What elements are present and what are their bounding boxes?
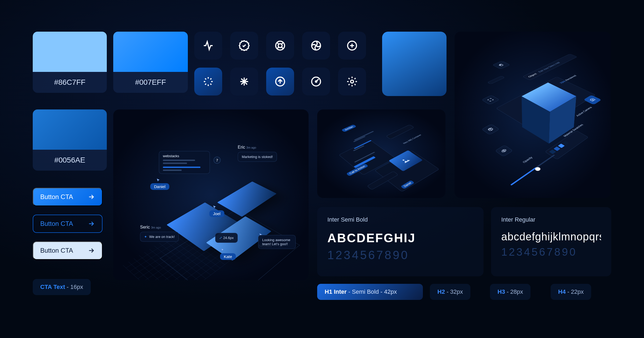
font-name: Inter Semi Bold — [327, 216, 473, 223]
font-name: Inter Regular — [501, 216, 601, 223]
cube-primitive — [522, 98, 575, 128]
arrow-right-icon — [87, 193, 95, 201]
cursor-icon — [221, 248, 225, 252]
chip-key: H1 Inter — [325, 288, 347, 295]
font-numerals: 1234567890 — [501, 246, 601, 258]
user-tag-jordan: Jordan — [341, 124, 357, 132]
user-tag-daniel: Daniel — [150, 183, 169, 190]
svg-point-7 — [351, 80, 354, 83]
aperture-icon[interactable] — [302, 32, 330, 60]
gear-icon[interactable] — [338, 68, 366, 95]
chip-value: - 32px — [447, 288, 463, 295]
font-sample: ABCDEFGHIJ — [327, 231, 473, 245]
comment-ontrack: ✦We are on track! — [140, 232, 179, 242]
opacity-label: Opacity — [522, 156, 533, 164]
button-label: Button CTA — [40, 247, 73, 254]
font-sample: abcdefghijklmnopqrst — [501, 231, 601, 243]
ui-builder-preview-panel: Jordan Call to Action Daniel Hero IMG Co… — [317, 109, 445, 198]
light-cta-button[interactable]: Button CTA — [33, 241, 103, 260]
chip-key: H2 — [437, 288, 445, 295]
asterisk-icon[interactable] — [230, 68, 258, 95]
primary-cta-button[interactable]: Button CTA — [33, 188, 103, 206]
iso-toolbar — [386, 124, 414, 139]
user-seric-label: Seric 3m ago — [140, 225, 161, 230]
collaboration-preview-panel: webstacks 7 Eric 3m ago Marketing is sto… — [113, 109, 309, 280]
swatch-hex-label: #86C7FF — [33, 72, 107, 93]
cursor-icon — [213, 205, 217, 209]
active-camera-label: Active Camera — [575, 106, 592, 117]
user-tag-kate: Kate — [220, 253, 236, 260]
swatch-fill — [113, 32, 188, 72]
outline-cta-button[interactable]: Button CTA — [33, 215, 103, 233]
heading-spec-h1: H1 Inter - Semi Bold - 42px — [317, 284, 423, 300]
cta-text-spec-chip: CTA Text - 16px — [33, 279, 91, 295]
menu-bar: Object Edit View Select Add — [522, 54, 577, 80]
chip-value: - 22px — [567, 288, 584, 295]
swatch-fill — [33, 109, 107, 150]
svg-point-1 — [278, 44, 282, 48]
svg-point-10 — [592, 99, 594, 100]
opacity-slider[interactable] — [510, 155, 555, 186]
color-swatch-light-blue[interactable]: #86C7FF — [33, 32, 107, 93]
swatch-fill — [33, 32, 107, 72]
hero-container-label: Hero IMG Container — [402, 134, 422, 145]
3d-editor-preview-panel: Object Edit View Select Add 70% Rendered… — [455, 32, 611, 198]
swatch-hex-label: #007EFF — [113, 72, 188, 93]
comment-webstacks: webstacks — [159, 151, 210, 174]
color-swatch-dark-blue[interactable]: #0056AE — [33, 109, 107, 171]
chip-key: CTA Text — [40, 284, 65, 291]
font-numerals: 1234567890 — [327, 248, 473, 262]
lifebuoy-icon[interactable] — [266, 32, 294, 60]
heading-spec-h3: H3 - 28px — [490, 284, 530, 300]
arrow-right-icon — [87, 247, 95, 254]
swatch-hex-label: #0056AE — [33, 150, 107, 171]
arrow-right-icon — [87, 220, 95, 227]
toolbar-segment — [487, 76, 505, 84]
verified-badge-icon[interactable] — [230, 32, 258, 60]
chip-value: - 16px — [67, 284, 83, 291]
button-label: Button CTA — [40, 193, 73, 201]
button-label: Button CTA — [40, 220, 73, 227]
chip-value: - 28px — [507, 288, 523, 295]
cursor-icon — [156, 178, 160, 182]
color-swatch-primary-blue[interactable]: #007EFF — [113, 32, 188, 93]
heading-spec-h2: H2 - 32px — [430, 284, 470, 300]
fullscreen-icon[interactable] — [481, 95, 500, 105]
user-tag-joel: Joel — [209, 210, 224, 217]
speedometer-icon[interactable] — [302, 68, 330, 95]
icon-grid — [194, 32, 366, 95]
loading-spinner-icon[interactable] — [194, 68, 222, 95]
comment-count-badge: 7 — [214, 157, 221, 164]
typography-regular-card: Inter Regular abcdefghijklmnopqrst 12345… — [491, 207, 611, 276]
plus-circle-icon[interactable] — [338, 32, 366, 60]
svg-point-6 — [315, 81, 317, 82]
arrow-up-circle-icon[interactable] — [266, 68, 294, 95]
gradient-swatch-large — [382, 32, 447, 96]
hand-tool-icon[interactable] — [492, 61, 510, 69]
iso-block — [217, 181, 277, 217]
svg-point-8 — [402, 159, 405, 161]
svg-point-9 — [503, 150, 505, 151]
chip-value: - Semi Bold - 42px — [348, 288, 397, 295]
activity-icon[interactable] — [194, 32, 222, 60]
comment-looking: Looking awesome team! Let's goo!! — [258, 235, 296, 249]
eye-icon[interactable] — [495, 145, 513, 157]
comment-marketing: Marketing is stoked! — [238, 152, 277, 162]
typography-semibold-card: Inter Semi Bold ABCDEFGHIJ 1234567890 — [317, 207, 484, 276]
chip-key: H4 — [558, 288, 566, 295]
user-eric-label: Eric 3m ago — [238, 145, 256, 150]
chip-key: H3 — [497, 288, 505, 295]
heading-spec-h4: H4 - 22px — [551, 284, 591, 300]
cube-icon[interactable] — [481, 124, 500, 135]
dimension-label: ⤢ 24.6px — [215, 233, 238, 243]
